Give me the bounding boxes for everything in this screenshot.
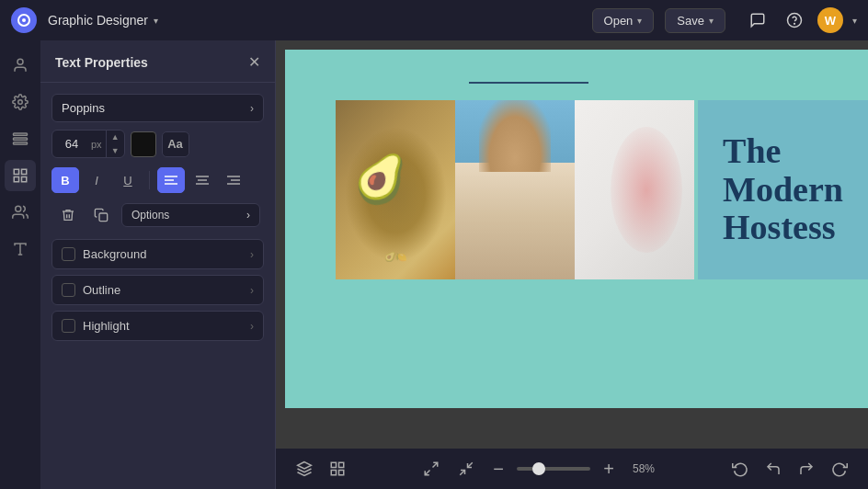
svg-line-33 (460, 471, 464, 475)
bottom-right-controls (726, 455, 853, 483)
svg-rect-6 (14, 133, 28, 135)
font-color-swatch[interactable] (131, 131, 156, 157)
format-separator (149, 171, 150, 189)
canvas-text-inner: The Modern Hostess (714, 123, 852, 256)
avatar-chevron[interactable]: ▾ (852, 16, 857, 26)
font-selector[interactable]: Poppins › (51, 94, 264, 122)
outline-chevron: › (250, 284, 254, 297)
svg-point-1 (22, 18, 26, 22)
history-button[interactable] (726, 455, 754, 483)
font-size-arrows: ▲ ▼ (106, 131, 124, 157)
food-photo: 🥑🍋 (336, 100, 455, 279)
layers-button[interactable] (291, 455, 318, 483)
options-label: Options (131, 209, 169, 222)
checkbox-section: Background › Outline › Highlight › (51, 239, 264, 347)
sidebar-user-icon[interactable] (5, 50, 36, 81)
open-button[interactable]: Open ▾ (592, 8, 655, 33)
svg-rect-11 (14, 177, 18, 182)
trash-button[interactable] (55, 202, 81, 228)
fit-button[interactable] (452, 455, 480, 483)
design-canvas[interactable]: 🥑🍋 (285, 50, 868, 408)
svg-rect-10 (22, 169, 27, 174)
expand-button[interactable] (417, 455, 445, 483)
panel-header: Text Properties ✕ (40, 40, 275, 83)
user-avatar[interactable]: W (817, 7, 843, 33)
woman-photo-cell (455, 100, 575, 279)
italic-button[interactable]: I (83, 167, 110, 193)
sidebar-settings-icon[interactable] (5, 86, 36, 118)
format-row: B I U (51, 167, 264, 193)
sidebar-text-icon[interactable] (5, 233, 36, 265)
font-size-input[interactable] (52, 131, 91, 156)
svg-rect-27 (331, 462, 336, 467)
panel-close-button[interactable]: ✕ (248, 53, 260, 71)
bold-button[interactable]: B (51, 167, 79, 193)
font-size-up[interactable]: ▲ (107, 131, 124, 144)
background-row[interactable]: Background › (51, 239, 264, 269)
svg-rect-8 (14, 142, 28, 144)
outline-checkbox[interactable] (62, 283, 75, 297)
font-size-input-wrap: px ▲ ▼ (51, 130, 125, 158)
size-color-row: px ▲ ▼ Aa (51, 130, 264, 158)
background-checkbox[interactable] (62, 247, 75, 261)
main-layout: Text Properties ✕ Poppins › px ▲ ▼ Aa B (0, 40, 868, 489)
zoom-out-button[interactable]: − (487, 458, 509, 480)
save-button[interactable]: Save ▾ (665, 8, 725, 33)
svg-rect-28 (339, 462, 344, 467)
text-case-button[interactable]: Aa (162, 131, 189, 157)
align-center-button[interactable] (188, 167, 216, 193)
redo-button[interactable] (793, 455, 820, 483)
zoom-in-button[interactable]: + (598, 458, 620, 480)
font-dropdown-chevron: › (250, 102, 254, 115)
grid-view-button[interactable] (324, 455, 351, 483)
app-logo (11, 7, 37, 33)
svg-point-4 (17, 59, 23, 64)
drink-photo-cell (575, 100, 694, 279)
canvas-text-block[interactable]: The Modern Hostess (698, 100, 868, 279)
svg-point-5 (18, 100, 23, 105)
app-title-label: Graphic Designer (48, 13, 148, 28)
underline-button[interactable]: U (114, 167, 142, 193)
highlight-checkbox[interactable] (62, 319, 75, 333)
outline-label: Outline (83, 283, 120, 297)
sidebar-layers-icon[interactable] (5, 123, 36, 154)
svg-rect-25 (99, 213, 108, 222)
food-photo-cell: 🥑🍋 (336, 100, 455, 279)
sidebar-grid-icon[interactable] (5, 160, 36, 191)
sidebar-people-icon[interactable] (5, 197, 36, 228)
bottom-toolbar: − + 58% (276, 449, 868, 489)
svg-marker-26 (298, 462, 312, 470)
svg-line-32 (425, 471, 429, 475)
options-row: Options › (51, 202, 264, 228)
options-button[interactable]: Options › (121, 203, 260, 227)
svg-rect-30 (339, 471, 344, 475)
svg-rect-12 (22, 177, 27, 182)
canvas-text-line2: Modern (723, 171, 843, 210)
help-icon-button[interactable] (781, 6, 808, 34)
history-forward-button[interactable] (826, 455, 853, 483)
font-size-down[interactable]: ▼ (107, 144, 124, 158)
canvas-line-1 (469, 82, 588, 84)
align-right-button[interactable] (220, 167, 247, 193)
drink-photo (575, 100, 694, 279)
undo-button[interactable] (760, 455, 787, 483)
panel-title: Text Properties (55, 55, 148, 70)
duplicate-button[interactable] (88, 202, 114, 228)
align-left-button[interactable] (157, 167, 185, 193)
app-title-button[interactable]: Graphic Designer ▾ (48, 13, 158, 28)
photo-grid: 🥑🍋 (336, 100, 694, 279)
zoom-slider[interactable] (517, 467, 590, 471)
highlight-row[interactable]: Highlight › (51, 311, 264, 341)
canvas-area[interactable]: 🥑🍋 (276, 40, 868, 449)
topbar: Graphic Designer ▾ Open ▾ Save ▾ W ▾ (0, 0, 868, 40)
app-title-chevron: ▾ (154, 16, 158, 26)
font-name-label: Poppins (62, 101, 105, 115)
bottom-center-controls: − + 58% (417, 455, 660, 483)
zoom-value: 58% (627, 462, 660, 475)
outline-row[interactable]: Outline › (51, 275, 264, 305)
svg-line-34 (468, 462, 473, 467)
chat-icon-button[interactable] (744, 6, 771, 34)
svg-line-31 (433, 462, 438, 467)
background-label: Background (83, 247, 146, 261)
canvas-text-line1: The (723, 132, 843, 171)
